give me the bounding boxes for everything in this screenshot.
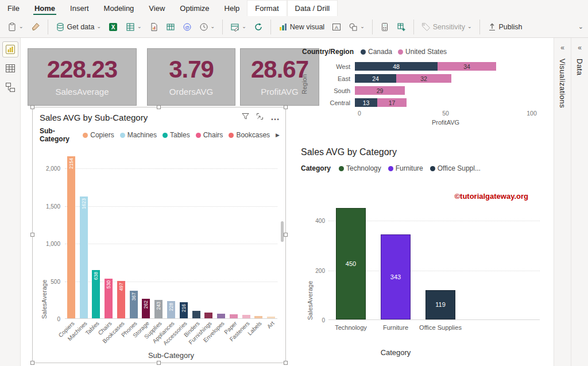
- card-sales-average[interactable]: 228.23 SalesAverage: [28, 48, 137, 106]
- legend-label: Copiers: [90, 131, 114, 139]
- bar-furniture[interactable]: 343: [381, 234, 411, 319]
- visual-scrollbar[interactable]: [281, 221, 284, 242]
- bar-value-label: 262: [143, 300, 149, 309]
- legend-item[interactable]: Copiers: [83, 131, 114, 139]
- new-visual-button[interactable]: New visual: [276, 20, 327, 34]
- quick-measure-button[interactable]: [394, 20, 409, 34]
- bar-appliances[interactable]: 228: [167, 301, 175, 318]
- bar-segment-united-states[interactable]: 34: [438, 62, 496, 71]
- report-doc-icon: [149, 22, 158, 32]
- x-axis-title: ProfitAVG: [359, 119, 532, 126]
- bar-copiers[interactable]: 2154: [67, 156, 75, 318]
- legend-item[interactable]: Machines: [120, 131, 157, 139]
- bar-office-supplies[interactable]: 119: [425, 290, 455, 319]
- more-visuals-button[interactable]: ⌄: [346, 20, 368, 34]
- bar-bookcases[interactable]: 497: [117, 281, 125, 318]
- legend-item[interactable]: Bookcases: [229, 131, 270, 139]
- expand-pane-icon[interactable]: «: [560, 44, 564, 52]
- x-tick-label: Technology: [328, 324, 373, 332]
- profit-by-region-chart[interactable]: Country/Region CanadaUnited States Regio…: [300, 46, 549, 152]
- report-view-button[interactable]: [3, 42, 18, 57]
- legend-item[interactable]: Furniture: [388, 164, 423, 172]
- bar-fasteners[interactable]: [242, 315, 250, 318]
- bar-supplies[interactable]: 243: [154, 300, 163, 318]
- resize-handle[interactable]: [30, 233, 34, 237]
- bar-art[interactable]: [267, 317, 275, 318]
- sales-by-subcategory-visual[interactable]: Sales AVG by Sub-Category … Sub-Category…: [32, 107, 286, 363]
- data-view-button[interactable]: [3, 61, 18, 76]
- legend-scroll-icon[interactable]: ▶: [276, 132, 280, 138]
- x-axis-ticks: 050100: [359, 110, 532, 117]
- tab-home[interactable]: Home: [27, 0, 63, 16]
- bar-slot: [227, 153, 240, 318]
- chevron-down-icon: ⌄: [242, 24, 246, 29]
- new-measure-button[interactable]: [377, 20, 392, 34]
- tab-help[interactable]: Help: [217, 0, 247, 16]
- get-data-button[interactable]: Get data ⌄: [53, 20, 105, 34]
- bar-machines[interactable]: 1623: [80, 197, 88, 318]
- bar-accessories[interactable]: 216: [180, 302, 188, 318]
- bar-tables[interactable]: 638: [92, 270, 100, 318]
- tab-modeling[interactable]: Modeling: [96, 0, 142, 16]
- legend-item[interactable]: Office Suppl...: [430, 164, 481, 172]
- format-painter-button[interactable]: [28, 20, 43, 34]
- bar-storage[interactable]: 262: [142, 299, 150, 318]
- paste-button[interactable]: ⌄: [5, 20, 26, 34]
- data-pane-collapsed[interactable]: « Data: [571, 38, 588, 366]
- filter-icon[interactable]: [242, 112, 249, 122]
- text-box-icon: A: [332, 22, 341, 32]
- focus-mode-icon[interactable]: [256, 112, 264, 122]
- sales-by-category-chart[interactable]: Sales AVG by Category Category Technolog…: [296, 146, 552, 366]
- bar-segment-canada[interactable]: 48: [355, 62, 438, 71]
- legend-item[interactable]: United States: [398, 48, 447, 56]
- resize-handle[interactable]: [284, 233, 288, 237]
- resize-handle[interactable]: [157, 361, 161, 365]
- visualizations-pane-collapsed[interactable]: « Visualizations: [554, 38, 571, 366]
- excel-workbook-button[interactable]: X: [106, 20, 121, 34]
- tab-data-drill[interactable]: Data / Drill: [287, 0, 338, 16]
- bar-segment-united-states[interactable]: 17: [377, 98, 407, 107]
- bar-labels[interactable]: [254, 316, 262, 318]
- card-orders-avg[interactable]: 3.79 OrdersAVG: [147, 48, 235, 106]
- resize-handle[interactable]: [284, 361, 288, 365]
- text-box-button[interactable]: A: [329, 20, 344, 34]
- bar-chairs[interactable]: 530: [105, 279, 113, 318]
- bar-phones[interactable]: 367: [130, 291, 138, 318]
- bar-envelopes[interactable]: [217, 314, 225, 318]
- bar-binders[interactable]: [192, 311, 200, 318]
- semantic-models-button[interactable]: ⌄: [123, 20, 145, 34]
- report-canvas[interactable]: 228.23 SalesAverage 3.79 OrdersAVG 28.67…: [21, 38, 554, 366]
- report-file-button[interactable]: [146, 20, 161, 34]
- resize-handle[interactable]: [30, 361, 34, 365]
- dataverse-button[interactable]: @: [180, 20, 195, 34]
- expand-pane-icon[interactable]: «: [578, 44, 582, 52]
- tab-insert[interactable]: Insert: [63, 0, 96, 16]
- tab-view[interactable]: View: [141, 0, 172, 16]
- bar-technology[interactable]: 450: [336, 208, 366, 319]
- publish-button[interactable]: Publish: [485, 20, 525, 34]
- model-view-button[interactable]: [3, 80, 18, 95]
- enter-data-button[interactable]: [163, 20, 178, 34]
- more-options-icon[interactable]: …: [270, 115, 280, 120]
- legend-item[interactable]: Technology: [339, 164, 381, 172]
- tab-format[interactable]: Format: [247, 0, 287, 16]
- legend-item[interactable]: Tables: [163, 131, 190, 139]
- resize-handle[interactable]: [30, 105, 34, 109]
- bar-paper[interactable]: [230, 314, 238, 318]
- resize-handle[interactable]: [157, 105, 161, 109]
- refresh-button[interactable]: [251, 20, 266, 34]
- transform-data-button[interactable]: ⌄: [227, 20, 249, 34]
- bar-furnishings[interactable]: [204, 313, 212, 318]
- resize-handle[interactable]: [284, 105, 288, 109]
- bar-segment-united-states[interactable]: 29: [355, 86, 405, 95]
- tab-file[interactable]: File: [0, 0, 27, 16]
- legend-item[interactable]: Chairs: [196, 131, 223, 139]
- bar-segment-united-states[interactable]: 32: [396, 74, 451, 83]
- tab-optimize[interactable]: Optimize: [172, 0, 216, 16]
- recent-sources-button[interactable]: ⌄: [196, 20, 218, 34]
- plot-area: 21541623638530497367262243228216: [65, 153, 277, 319]
- bar-segment-canada[interactable]: 13: [355, 98, 377, 107]
- bar-segment-canada[interactable]: 24: [355, 74, 396, 83]
- collapse-ribbon-icon[interactable]: ⌄: [578, 23, 583, 30]
- legend-item[interactable]: Canada: [361, 48, 392, 56]
